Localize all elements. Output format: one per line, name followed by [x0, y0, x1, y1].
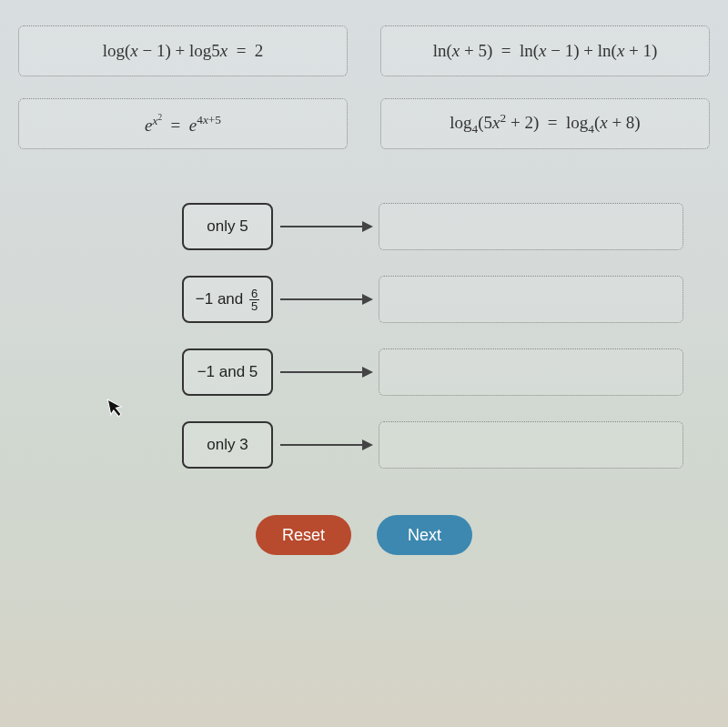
match-row-1: only 5 — [182, 204, 728, 249]
source-2-label: −1 and 65 — [196, 288, 259, 312]
equation-1-text: log(x − 1) + log5x = 2 — [103, 41, 264, 61]
arrow-icon — [273, 298, 373, 300]
reset-button[interactable]: Reset — [256, 515, 351, 555]
arrow-icon — [273, 371, 373, 373]
matching-area: only 5 −1 and 65 −1 and 5 only 3 — [0, 204, 728, 468]
equation-box-2[interactable]: ln(x + 5) = ln(x − 1) + ln(x + 1) — [380, 25, 710, 76]
equation-box-3[interactable]: ex2 = e4x+5 — [18, 98, 348, 149]
target-box-1[interactable] — [379, 203, 683, 250]
equation-box-1[interactable]: log(x − 1) + log5x = 2 — [18, 25, 348, 76]
target-box-4[interactable] — [379, 421, 683, 469]
arrow-icon — [273, 226, 373, 227]
source-box-4[interactable]: only 3 — [182, 421, 273, 469]
source-3-label: −1 and 5 — [197, 363, 258, 381]
match-row-4: only 3 — [182, 422, 728, 468]
next-button[interactable]: Next — [377, 515, 472, 555]
source-1-label: only 5 — [207, 217, 248, 236]
source-box-1[interactable]: only 5 — [182, 203, 273, 250]
reset-label: Reset — [282, 526, 325, 545]
source-box-2[interactable]: −1 and 65 — [182, 276, 273, 323]
equation-3-text: ex2 = e4x+5 — [145, 112, 221, 136]
target-box-2[interactable] — [379, 276, 683, 323]
equation-4-text: log4(5x2 + 2) = log4(x + 8) — [450, 111, 640, 136]
equation-box-4[interactable]: log4(5x2 + 2) = log4(x + 8) — [380, 98, 710, 149]
arrow-icon — [273, 444, 373, 446]
next-label: Next — [408, 526, 441, 545]
source-4-label: only 3 — [207, 436, 248, 454]
button-bar: Reset Next — [0, 515, 728, 555]
match-row-2: −1 and 65 — [182, 277, 728, 322]
target-box-3[interactable] — [379, 348, 683, 396]
source-box-3[interactable]: −1 and 5 — [182, 348, 273, 396]
match-row-3: −1 and 5 — [182, 349, 728, 395]
equation-2-text: ln(x + 5) = ln(x − 1) + ln(x + 1) — [433, 41, 658, 61]
